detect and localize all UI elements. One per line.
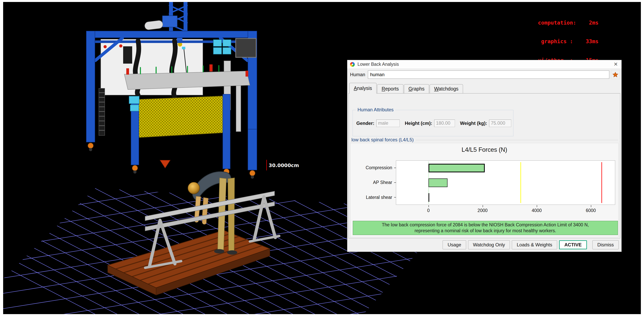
y-label-row: Lateral shear — [350, 190, 396, 205]
measurement-label: 30.0000cm — [269, 163, 299, 168]
pallet-model — [108, 230, 270, 295]
niosh-message-box: The low back compression force of 2084 i… — [353, 221, 618, 235]
bar-compression[interactable] — [428, 164, 485, 172]
dialog-titlebar[interactable]: Lower Back Analysis ✕ — [347, 60, 622, 69]
weight-value: 75.000 — [489, 120, 511, 127]
x-tick-label: 6000 — [586, 208, 596, 213]
human-attributes-group: Human Attributes Gender: male Height (cm… — [352, 110, 514, 136]
human-field-label: Human — [350, 72, 365, 77]
y-tick — [394, 197, 396, 197]
machine-model — [86, 2, 257, 179]
bar-ap-shear[interactable] — [428, 178, 447, 187]
stat-graphics: graphics : 33ms — [538, 38, 598, 45]
stat-computation: computation: 2ms — [538, 20, 598, 26]
x-tick-label: 4000 — [532, 208, 542, 213]
human-attributes-title: Human Attributes — [356, 107, 395, 113]
message-line-2: representing a nominal risk of low back … — [414, 228, 556, 234]
human-attributes-row: Gender: male Height (cm): 180.00 Weight … — [356, 120, 511, 127]
gender-label: Gender: — [356, 121, 374, 126]
chart-x-axis: 0200040006000 — [396, 205, 615, 216]
y-label: Compression — [366, 165, 392, 170]
y-tick — [394, 168, 396, 168]
x-tick — [482, 205, 483, 207]
message-line-1: The low back compression force of 2084 i… — [382, 222, 589, 228]
tab-watchdogs[interactable]: Watchdogs — [430, 84, 463, 93]
active-button[interactable]: ACTIVE — [559, 240, 587, 249]
weight-label: Weight (kg): — [460, 121, 487, 126]
usage-button[interactable]: Usage — [442, 240, 466, 249]
reference-line-3400 — [520, 162, 521, 203]
forces-section-header: low back spinal forces (L4/L5) — [352, 137, 618, 143]
watchdog-only-button[interactable]: Watchdog Only — [468, 240, 510, 249]
forces-panel: L4/L5 Forces (N) CompressionAP ShearLate… — [350, 143, 618, 237]
app-icon — [350, 62, 355, 67]
tab-analysis[interactable]: Analysis — [349, 83, 376, 93]
chart-plot — [396, 160, 615, 205]
analysis-tab-panel: Human Attributes Gender: male Height (cm… — [348, 93, 620, 238]
lower-back-analysis-dialog: Lower Back Analysis ✕ Human AnalysisRepo… — [347, 60, 622, 252]
y-label: Lateral shear — [366, 195, 392, 200]
dialog-buttons: Usage Watchdog Only Loads & Weights ACTI… — [441, 240, 619, 250]
gender-value: male — [376, 120, 400, 127]
tab-bar: AnalysisReportsGraphsWatchdogs — [348, 83, 620, 93]
x-tick — [537, 205, 537, 207]
chart-title: L4/L5 Forces (N) — [350, 146, 618, 153]
human-input[interactable] — [368, 71, 609, 79]
height-value: 180.00 — [434, 120, 455, 127]
select-human-icon — [612, 72, 618, 78]
forces-section-title: low back spinal forces (L4/L5) — [352, 137, 414, 143]
measurement-marker — [266, 160, 267, 170]
reference-line-6400 — [602, 162, 602, 203]
y-label-row: AP Shear — [350, 175, 396, 190]
x-tick-label: 0 — [427, 208, 430, 213]
dialog-title: Lower Back Analysis — [358, 62, 399, 67]
close-icon[interactable]: ✕ — [610, 60, 622, 69]
select-human-button[interactable] — [611, 70, 620, 79]
human-field-row: Human — [347, 69, 622, 81]
dismiss-button[interactable]: Dismiss — [592, 240, 619, 249]
section-divider — [416, 140, 618, 140]
y-tick — [394, 182, 396, 183]
tab-reports[interactable]: Reports — [377, 84, 404, 93]
chart-y-labels: CompressionAP ShearLateral shear — [350, 160, 396, 205]
y-label: AP Shear — [373, 180, 392, 185]
y-label-row: Compression — [350, 160, 396, 175]
height-label: Height (cm): — [405, 121, 432, 126]
x-tick — [428, 205, 429, 207]
x-tick — [591, 205, 591, 207]
bar-lateral-shear[interactable] — [428, 193, 429, 202]
loads-weights-button[interactable]: Loads & Weights — [512, 240, 557, 249]
tab-graphs[interactable]: Graphs — [404, 84, 429, 93]
x-tick-label: 2000 — [478, 208, 488, 213]
